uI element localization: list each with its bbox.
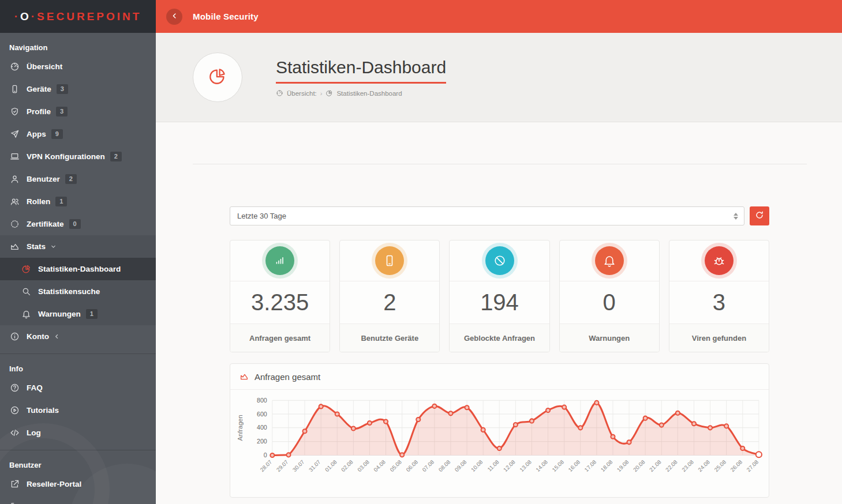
stat-card-anfragen-gesamt: 3.235Anfragen gesamt: [230, 240, 330, 352]
count-badge: 0: [69, 219, 81, 229]
svg-text:400: 400: [257, 424, 267, 431]
stat-card-icon-area: [560, 240, 659, 281]
sidebar-item-label: Geräte: [27, 85, 51, 93]
laptop-icon: [9, 152, 20, 162]
select-stepper-icon: [734, 213, 738, 220]
signal-icon: [265, 246, 294, 275]
svg-text:11.08: 11.08: [486, 458, 500, 472]
svg-text:07.08: 07.08: [421, 458, 435, 473]
sidebar-item-geräte[interactable]: Geräte3: [0, 78, 156, 100]
stats-group: StatsStatistiken-DashboardStatistikensuc…: [0, 235, 156, 325]
svg-text:21.08: 21.08: [648, 458, 663, 473]
sidebar-item-label: VPN Konfigurationen: [27, 152, 105, 161]
stat-card-icon-area: [450, 240, 549, 281]
svg-text:25.08: 25.08: [713, 458, 727, 473]
securepoint-logo[interactable]: ·O·SECUREPOINT: [14, 10, 142, 23]
logo-strip: ·O·SECUREPOINT: [0, 0, 156, 33]
sidebar-item-label: Tutorials: [27, 406, 59, 415]
sidebar-item-tutorials[interactable]: Tutorials: [0, 399, 156, 422]
sidebar-section-heading: Info: [0, 354, 156, 377]
sidebar: ·O·SECUREPOINT NavigationÜbersichtGeräte…: [0, 0, 156, 504]
stat-card-icon-area: [669, 240, 769, 281]
area-chart-svg[interactable]: 020040060080028.0729.0730.0731.0701.0802…: [235, 391, 764, 495]
svg-text:28.07: 28.07: [259, 458, 273, 473]
count-badge: 1: [86, 309, 98, 319]
svg-text:31.07: 31.07: [308, 458, 322, 473]
refresh-button[interactable]: [750, 206, 769, 225]
sidebar-item-zertifikate[interactable]: Zertifikate0: [0, 213, 156, 235]
sidebar-item-übersicht[interactable]: Übersicht: [0, 55, 156, 78]
play-icon: [9, 405, 20, 416]
pie-chart-icon: [208, 66, 227, 88]
rocket-icon: [9, 129, 20, 140]
block-icon: [485, 246, 514, 275]
info-icon: [9, 332, 20, 342]
back-button[interactable]: [166, 9, 182, 25]
sidebar-item-statistiken-dashboard[interactable]: Statistiken-Dashboard: [0, 258, 156, 280]
sidebar-item-label: Statistikensuche: [38, 287, 100, 296]
sidebar-item-profile[interactable]: Profile3: [0, 100, 156, 123]
date-range-value: Letzte 30 Tage: [237, 212, 734, 220]
stat-card-icon-area: [230, 240, 330, 281]
svg-text:29.07: 29.07: [275, 458, 290, 473]
search-icon: [21, 287, 31, 297]
svg-text:800: 800: [257, 397, 267, 404]
svg-text:14.08: 14.08: [534, 458, 549, 473]
count-badge: 9: [51, 129, 63, 139]
count-badge: 1: [55, 197, 67, 206]
stat-label: Warnungen: [560, 324, 659, 352]
gauge-icon: [9, 62, 20, 72]
stat-card-benutzte-geräte: 2Benutzte Geräte: [339, 240, 440, 352]
breadcrumb-item[interactable]: Statistiken-Dashboard: [336, 90, 402, 97]
sidebar-item-stats[interactable]: Stats: [0, 235, 156, 258]
chevron-left-icon: [54, 333, 60, 340]
chevron-left-icon: [171, 12, 178, 22]
svg-text:Anfragen: Anfragen: [237, 415, 244, 441]
svg-text:09.08: 09.08: [454, 458, 468, 473]
chevron-down-icon: [50, 243, 57, 250]
refresh-icon: [755, 210, 764, 221]
svg-text:08.08: 08.08: [437, 458, 452, 473]
topbar-title: Mobile Security: [193, 12, 259, 21]
sidebar-item-label: Benutzer: [27, 175, 60, 183]
sidebar-item-label: Zertifikate: [27, 220, 64, 228]
svg-text:01.08: 01.08: [324, 458, 338, 473]
chart-title: Anfragen gesamt: [255, 372, 320, 382]
svg-text:27.08: 27.08: [745, 458, 759, 473]
date-range-select[interactable]: Letzte 30 Tage: [230, 206, 744, 225]
svg-text:15.08: 15.08: [551, 458, 565, 473]
sidebar-item-label: Profile: [27, 107, 51, 116]
count-badge: 3: [57, 84, 68, 94]
sidebar-item-rollen[interactable]: Rollen1: [0, 190, 156, 213]
count-badge: 3: [56, 107, 68, 116]
svg-text:22.08: 22.08: [664, 458, 679, 473]
svg-text:30.07: 30.07: [291, 458, 306, 473]
gauge-icon: [276, 89, 283, 97]
stat-value: 194: [450, 281, 549, 324]
sidebar-item-warnungen[interactable]: Warnungen1: [0, 303, 156, 325]
stat-value: 2: [340, 281, 439, 324]
sidebar-item-konto[interactable]: Konto: [0, 325, 156, 348]
sidebar-item-label: Rollen: [27, 197, 50, 206]
pie-icon: [21, 264, 31, 274]
sidebar-section-heading: Navigation: [0, 33, 156, 55]
pie-icon: [325, 89, 333, 97]
svg-text:0: 0: [264, 452, 267, 458]
content-divider: [193, 164, 807, 164]
sidebar-item-statistikensuche[interactable]: Statistikensuche: [0, 280, 156, 303]
page-avatar: [193, 52, 242, 102]
sidebar-item-apps[interactable]: Apps9: [0, 123, 156, 145]
sidebar-item-vpn-konfigurationen[interactable]: VPN Konfigurationen2: [0, 145, 156, 168]
breadcrumb-item[interactable]: Übersicht:: [287, 90, 317, 97]
certificate-icon: [9, 219, 20, 230]
user-icon: [9, 174, 20, 185]
svg-text:10.08: 10.08: [470, 458, 484, 473]
chart-panel-header: Anfragen gesamt: [230, 364, 769, 390]
sidebar-item-faq[interactable]: FAQ: [0, 377, 156, 399]
svg-text:16.08: 16.08: [567, 458, 581, 473]
sidebar-item-benutzer[interactable]: Benutzer2: [0, 168, 156, 190]
sidebar-item-label: Übersicht: [27, 62, 62, 71]
smartphone-icon: [9, 84, 20, 95]
page-title: Statistiken-Dashboard: [276, 58, 446, 84]
sidebar-item-label: Konto: [27, 332, 49, 341]
